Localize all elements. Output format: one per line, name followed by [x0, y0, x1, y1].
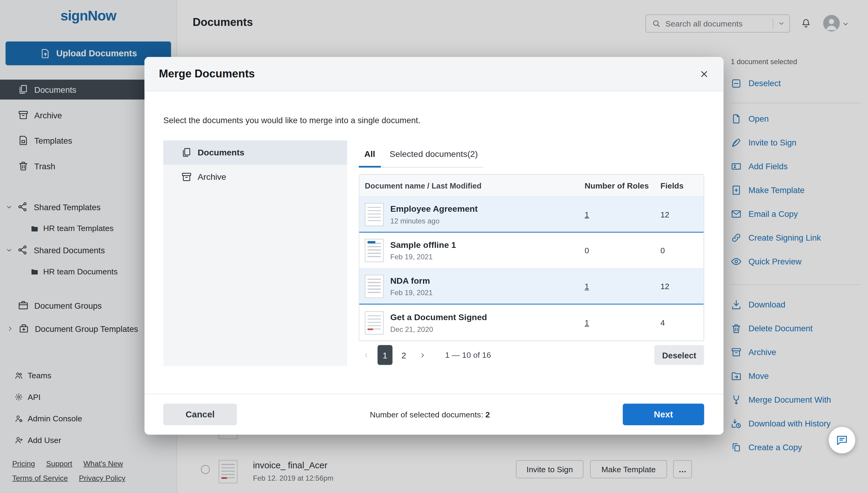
modal-header: Merge Documents	[144, 57, 724, 91]
close-button[interactable]	[697, 67, 711, 81]
close-icon	[699, 69, 709, 79]
source-item-label: Archive	[198, 172, 226, 182]
selected-count-value: 2	[485, 410, 490, 419]
document-thumbnail	[365, 311, 384, 334]
source-panel: Documents Archive	[163, 140, 347, 366]
cancel-button[interactable]: Cancel	[163, 404, 237, 425]
tab-all[interactable]: All	[359, 145, 381, 167]
fields-count: 12	[660, 282, 703, 290]
page-2-button[interactable]: 2	[397, 345, 411, 365]
modal-description: Select the documents you would like to m…	[163, 116, 421, 125]
document-text: Get a Document Signed Dec 21, 2020	[390, 312, 487, 333]
document-name: NDA form	[390, 276, 432, 285]
table-row[interactable]: Sample offline 1 Feb 19, 2021 0 0	[359, 233, 704, 269]
document-text: NDA form Feb 19, 2021	[390, 276, 432, 297]
next-button[interactable]: Next	[623, 404, 704, 425]
document-thumbnail	[365, 239, 384, 262]
document-modified: 12 minutes ago	[390, 217, 478, 225]
source-item-documents[interactable]: Documents	[163, 140, 347, 165]
deselect-button[interactable]: Deselect	[654, 345, 704, 365]
tab-bar: All Selected documents(2)	[359, 145, 483, 168]
table-row[interactable]: Employee Agreement 12 minutes ago 1 12	[359, 197, 704, 233]
roles-count: 0	[585, 246, 589, 255]
fields-count: 12	[660, 210, 703, 219]
chat-button[interactable]	[829, 427, 855, 453]
roles-link[interactable]: 1	[585, 318, 589, 327]
source-item-label: Documents	[198, 148, 244, 157]
document-modified: Dec 21, 2020	[390, 325, 487, 334]
modal-right-region: All Selected documents(2) Document name …	[359, 140, 704, 365]
page-1-button[interactable]: 1	[378, 345, 392, 365]
document-text: Employee Agreement 12 minutes ago	[390, 204, 478, 225]
table-header-row: Document name / Last Modified Number of …	[359, 175, 704, 197]
documents-table: Document name / Last Modified Number of …	[359, 174, 704, 341]
pagination: 1 2 1 — 10 of 16 Deselect	[359, 345, 704, 365]
header-number-of-roles: Number of Roles	[585, 181, 661, 190]
header-fields: Fields	[660, 181, 703, 190]
modal-title: Merge Documents	[159, 67, 255, 80]
source-item-archive[interactable]: Archive	[163, 165, 347, 189]
modal-footer: Cancel Number of selected documents: 2 N…	[144, 393, 724, 434]
document-thumbnail	[365, 275, 384, 298]
roles-link[interactable]: 1	[585, 282, 589, 290]
document-name: Employee Agreement	[390, 204, 478, 214]
chevron-left-icon	[363, 351, 370, 359]
next-page-button[interactable]	[415, 345, 430, 365]
header-document-name: Document name / Last Modified	[365, 181, 585, 190]
document-name: Sample offline 1	[390, 240, 456, 250]
selected-count-label: Number of selected documents:	[370, 410, 483, 419]
selected-documents-count: Number of selected documents: 2	[237, 410, 623, 419]
document-modified: Feb 19, 2021	[390, 253, 456, 261]
document-name: Get a Document Signed	[390, 312, 487, 322]
chevron-right-icon	[419, 351, 426, 359]
document-text: Sample offline 1 Feb 19, 2021	[390, 240, 456, 261]
documents-icon	[181, 147, 192, 158]
archive-icon	[181, 171, 192, 183]
fields-count: 0	[660, 246, 703, 255]
document-thumbnail	[365, 203, 384, 226]
merge-documents-modal: Merge Documents Select the documents you…	[144, 57, 724, 434]
table-row[interactable]: Get a Document Signed Dec 21, 2020 1 4	[359, 305, 704, 341]
app: signNow Upload Documents Documents Archi…	[0, 0, 868, 493]
document-modified: Feb 19, 2021	[390, 288, 432, 297]
roles-link[interactable]: 1	[585, 210, 589, 219]
tab-selected-documents[interactable]: Selected documents(2)	[384, 145, 483, 167]
fields-count: 4	[660, 318, 703, 327]
table-row[interactable]: NDA form Feb 19, 2021 1 12	[359, 269, 704, 304]
previous-page-button[interactable]	[359, 345, 374, 365]
chat-icon	[835, 434, 849, 447]
pagination-range-text: 1 — 10 of 16	[445, 350, 491, 359]
